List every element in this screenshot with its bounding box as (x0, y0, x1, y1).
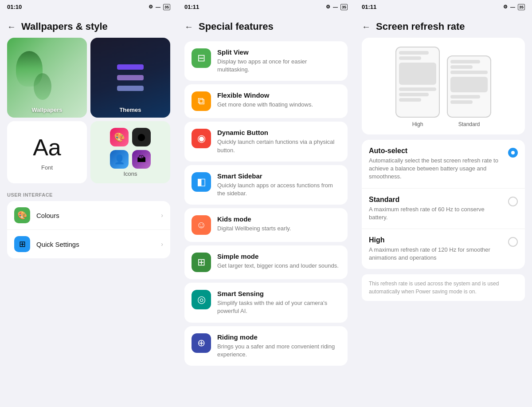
radio-button-0[interactable] (508, 148, 518, 158)
quick-settings-label: Quick Settings (36, 241, 155, 248)
signal-icon-2: — (333, 4, 338, 10)
status-bar-1: 01:10 ⚙ — 35 (0, 0, 177, 14)
line2 (399, 56, 421, 60)
status-icons-2: ⚙ — 35 (326, 4, 348, 10)
feature-text-6: Smart SensingSimplify tasks with the aid… (217, 290, 340, 315)
feature-desc-6: Simplify tasks with the aid of your came… (217, 299, 340, 315)
feature-text-1: Flexible WindowGet more done with floati… (217, 91, 340, 109)
feature-icon-5: ⊞ (192, 253, 211, 272)
feature-text-7: Riding modeBrings you a safer and more c… (217, 333, 340, 359)
radio-group-refresh: Auto-selectAutomatically select the best… (362, 140, 525, 269)
wallpaper-card-dark[interactable]: Themes (90, 38, 170, 118)
icons-label: Icons (123, 170, 137, 177)
back-button-3[interactable]: ← (362, 22, 371, 32)
header-wallpapers: ← Wallpapers & style (0, 14, 177, 38)
icon-thumb-blue: 👤 (110, 150, 129, 169)
line-s5 (450, 100, 473, 104)
rect1 (399, 63, 436, 85)
radio-desc-1: A maximum refresh rate of 60 Hz to conse… (369, 205, 503, 221)
rect-s1 (450, 77, 488, 92)
feature-text-4: Kids modeDigital Wellbeing starts early. (217, 215, 340, 233)
colours-label: Colours (36, 212, 155, 219)
feature-icon-1: ⧉ (192, 91, 211, 111)
colours-icon: 🎨 (14, 207, 30, 223)
radio-option-0[interactable]: Auto-selectAutomatically select the best… (362, 140, 525, 189)
layer-3 (117, 86, 144, 91)
feature-text-3: Smart SidebarQuickly launch apps or acce… (217, 172, 340, 198)
line5 (399, 98, 421, 102)
feature-card-5[interactable]: ⊞Simple modeGet larger text, bigger icon… (184, 245, 348, 279)
radio-button-1[interactable] (508, 197, 518, 206)
feature-card-2[interactable]: ◉Dynamic ButtonQuickly launch certain fu… (184, 122, 348, 161)
colours-item[interactable]: 🎨 Colours › (7, 201, 170, 230)
feature-title-4: Kids mode (217, 215, 340, 223)
icon-thumb-dark: ⬤ (132, 128, 151, 146)
feature-card-6[interactable]: ◎Smart SensingSimplify tasks with the ai… (184, 283, 348, 322)
radio-button-2[interactable] (508, 237, 518, 247)
refresh-content: High Standard Auto-selectAutomatically s… (355, 38, 532, 407)
feature-title-2: Dynamic Button (217, 129, 340, 136)
feature-card-7[interactable]: ⊕Riding modeBrings you a safer and more … (184, 326, 348, 366)
feature-desc-3: Quickly launch apps or access functions … (217, 182, 340, 198)
header-refresh: ← Screen refresh rate (355, 14, 532, 38)
feature-card-4[interactable]: ☺Kids modeDigital Wellbeing starts early… (184, 208, 348, 242)
radio-title-0: Auto-select (369, 147, 503, 155)
feature-desc-7: Brings you a safer and more convenient r… (217, 343, 340, 359)
quick-settings-item[interactable]: ⊞ Quick Settings › (7, 230, 170, 258)
line1 (399, 51, 429, 55)
panel-screen-refresh: 01:11 ⚙ — 35 ← Screen refresh rate High (355, 0, 532, 407)
radio-option-2[interactable]: HighA maximum refresh rate of 120 Hz for… (362, 229, 525, 269)
wallpaper-grid: Wallpapers Themes (0, 38, 177, 118)
features-list: ⊟Split ViewDisplay two apps at once for … (177, 38, 355, 407)
feature-card-0[interactable]: ⊟Split ViewDisplay two apps at once for … (184, 41, 348, 81)
line4 (399, 93, 429, 96)
wallpaper1-label: Wallpapers (7, 107, 87, 113)
layer-2 (117, 75, 144, 80)
battery-icon-2: 35 (340, 4, 348, 10)
font-card[interactable]: Aa Font (7, 121, 87, 183)
feature-title-3: Smart Sidebar (217, 172, 340, 180)
feature-text-0: Split ViewDisplay two apps at once for e… (217, 48, 340, 74)
feature-card-3[interactable]: ◧Smart SidebarQuickly launch apps or acc… (184, 165, 348, 205)
feature-desc-4: Digital Wellbeing starts early. (217, 225, 340, 233)
icon-thumb-pink: 🎨 (110, 128, 129, 146)
settings-list: 🎨 Colours › ⊞ Quick Settings › (7, 201, 170, 258)
line-s4 (450, 95, 480, 99)
feature-card-1[interactable]: ⧉Flexible WindowGet more done with float… (184, 84, 348, 118)
radio-text-1: StandardA maximum refresh rate of 60 Hz … (369, 196, 503, 221)
radio-text-2: HighA maximum refresh rate of 120 Hz for… (369, 236, 503, 262)
settings-icon-3: ⚙ (503, 4, 508, 10)
radio-title-2: High (369, 236, 503, 244)
refresh-note: This refresh rate is used across the sys… (362, 274, 525, 301)
back-button-1[interactable]: ← (7, 22, 16, 32)
line-s2 (450, 65, 473, 69)
icons-card[interactable]: 🎨 ⬤ 👤 🏔 Icons (90, 121, 170, 183)
font-display: Aa (33, 134, 61, 161)
feature-text-2: Dynamic ButtonQuickly launch certain fun… (217, 129, 340, 154)
status-icons-3: ⚙ — 35 (503, 4, 525, 10)
status-icons-1: ⚙ — 35 (149, 4, 170, 10)
back-button-2[interactable]: ← (184, 22, 193, 32)
feature-icon-6: ◎ (192, 290, 211, 309)
phone-preview-container: High Standard (362, 38, 525, 134)
time-3: 01:11 (362, 4, 376, 10)
settings-icon-1: ⚙ (149, 4, 153, 10)
time-2: 01:11 (184, 4, 199, 10)
line-s3 (450, 71, 488, 74)
chevron-quick-settings: › (161, 241, 163, 248)
panel-wallpapers: 01:10 ⚙ — 35 ← Wallpapers & style Wallpa… (0, 0, 177, 407)
feature-desc-2: Quickly launch certain functions via a p… (217, 138, 340, 154)
feature-desc-5: Get larger text, bigger icons and louder… (217, 262, 340, 270)
radio-text-0: Auto-selectAutomatically select the best… (369, 147, 503, 181)
feature-icon-7: ⊕ (192, 333, 211, 353)
line-s1 (450, 60, 480, 63)
icon-thumb-purple: 🏔 (132, 150, 151, 169)
wallpaper-card-green[interactable]: Wallpapers (7, 38, 87, 118)
phone-frame-high (395, 47, 440, 118)
feature-icon-3: ◧ (192, 172, 211, 192)
radio-option-1[interactable]: StandardA maximum refresh rate of 60 Hz … (362, 189, 525, 229)
font-label: Font (41, 164, 53, 171)
status-bar-3: 01:11 ⚙ — 35 (355, 0, 532, 14)
radio-desc-2: A maximum refresh rate of 120 Hz for smo… (369, 246, 503, 262)
phone-frame-standard (447, 55, 491, 118)
